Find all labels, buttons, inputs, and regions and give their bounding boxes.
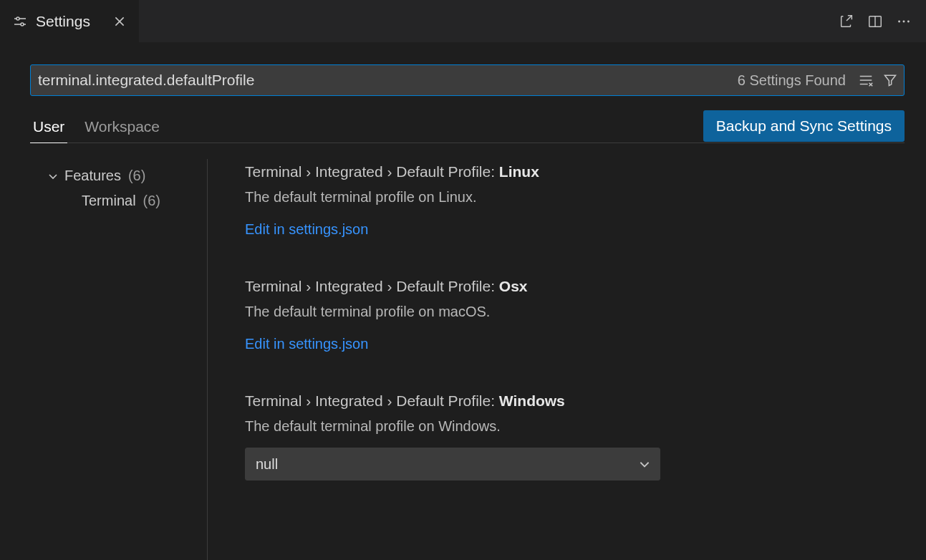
edit-in-settings-json-link[interactable]: Edit in settings.json — [245, 221, 368, 238]
default-profile-windows-select[interactable]: null — [245, 448, 660, 481]
edit-in-settings-json-link[interactable]: Edit in settings.json — [245, 336, 368, 352]
chevron-down-icon — [638, 458, 651, 470]
tree-count: (6) — [143, 193, 160, 209]
select-value: null — [256, 456, 278, 473]
settings-tree: Features (6) Terminal (6) — [30, 159, 208, 560]
svg-point-8 — [898, 20, 900, 22]
svg-point-1 — [16, 17, 19, 20]
setting-description: The default terminal profile on Linux. — [245, 189, 883, 206]
tab-title: Settings — [36, 13, 90, 30]
svg-point-3 — [21, 23, 24, 26]
editor-title-actions — [837, 0, 926, 42]
close-tab-button[interactable] — [113, 15, 126, 28]
setting-description: The default terminal profile on Windows. — [245, 418, 883, 435]
setting-title: Terminal › Integrated › Default Profile:… — [245, 163, 883, 180]
tree-count: (6) — [128, 168, 145, 184]
setting-item: Terminal › Integrated › Default Profile:… — [245, 392, 883, 481]
tree-label: Features — [64, 168, 121, 184]
settings-results-count: 6 Settings Found — [738, 72, 850, 89]
settings-scope-row: User Workspace Backup and Sync Settings — [30, 112, 905, 143]
clear-search-icon[interactable] — [857, 72, 874, 89]
tab-bar: Settings — [0, 0, 926, 43]
setting-title: Terminal › Integrated › Default Profile:… — [245, 392, 883, 410]
filter-icon[interactable] — [882, 72, 899, 89]
open-settings-json-button[interactable] — [837, 12, 856, 31]
setting-description: The default terminal profile on macOS. — [245, 304, 883, 320]
settings-search-input[interactable] — [38, 72, 835, 89]
split-editor-button[interactable] — [866, 12, 884, 31]
settings-list: Terminal › Integrated › Default Profile:… — [208, 159, 905, 560]
tree-label: Terminal — [82, 193, 136, 209]
tree-item-terminal[interactable]: Terminal (6) — [30, 188, 207, 213]
settings-search-row: 6 Settings Found — [30, 64, 905, 96]
setting-title: Terminal › Integrated › Default Profile:… — [245, 278, 883, 295]
scope-tab-workspace[interactable]: Workspace — [82, 118, 163, 143]
tree-item-features[interactable]: Features (6) — [30, 163, 207, 188]
settings-editor: 6 Settings Found User Workspace Backup a… — [0, 43, 926, 560]
svg-point-10 — [907, 20, 910, 22]
setting-item: Terminal › Integrated › Default Profile:… — [245, 278, 883, 352]
setting-item: Terminal › Integrated › Default Profile:… — [245, 163, 883, 238]
svg-point-9 — [903, 20, 905, 22]
scope-tab-user[interactable]: User — [30, 118, 67, 143]
backup-sync-settings-button[interactable]: Backup and Sync Settings — [703, 110, 905, 142]
chevron-down-icon — [47, 170, 60, 182]
settings-tab[interactable]: Settings — [0, 0, 140, 42]
settings-sliders-icon — [13, 14, 27, 29]
more-actions-button[interactable] — [894, 12, 913, 31]
